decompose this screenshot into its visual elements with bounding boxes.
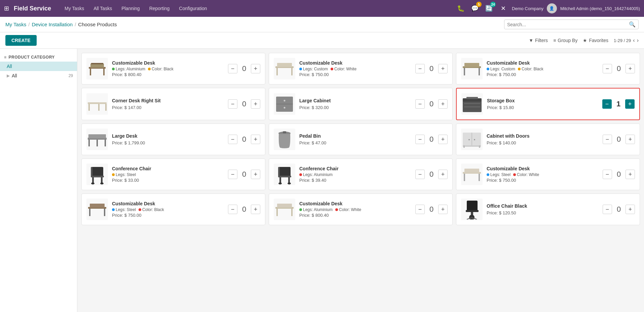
svg-point-70 bbox=[469, 215, 475, 219]
qty-increment-button[interactable]: + bbox=[626, 135, 635, 144]
attr-label: Legs: Steel bbox=[116, 172, 136, 177]
groupby-button[interactable]: ≡ Group By bbox=[553, 38, 577, 43]
qty-decrement-button[interactable]: − bbox=[228, 170, 237, 179]
product-name: Customizable Desk bbox=[112, 201, 224, 206]
qty-decrement-button[interactable]: − bbox=[603, 170, 612, 179]
product-price: Price: $ 320.00 bbox=[299, 105, 411, 110]
qty-decrement-button[interactable]: − bbox=[415, 205, 425, 214]
product-name: Conference Chair bbox=[299, 166, 411, 171]
svg-rect-61 bbox=[104, 209, 105, 216]
chat-icon-button[interactable]: 💬 5 bbox=[469, 3, 480, 14]
svg-rect-30 bbox=[97, 140, 98, 146]
qty-decrement-button[interactable]: − bbox=[228, 99, 237, 109]
nav-reporting[interactable]: Reporting bbox=[145, 4, 174, 13]
qty-increment-button[interactable]: + bbox=[251, 170, 260, 179]
product-attr: Legs: Steel bbox=[487, 172, 510, 177]
svg-rect-29 bbox=[105, 140, 106, 146]
qty-increment-button[interactable]: + bbox=[251, 205, 260, 214]
groupby-label: Group By bbox=[558, 38, 577, 43]
attr-dot bbox=[112, 68, 115, 70]
app-brand: Field Service bbox=[14, 5, 51, 12]
qty-increment-button[interactable]: + bbox=[438, 135, 448, 144]
pagination: 1-29 / 29 ‹ › bbox=[614, 37, 639, 43]
qty-increment-button[interactable]: + bbox=[626, 205, 635, 214]
breadcrumb-device[interactable]: Device Installation bbox=[32, 22, 73, 27]
qty-decrement-button[interactable]: − bbox=[415, 135, 425, 144]
bug-icon-button[interactable]: 🐛 bbox=[455, 3, 466, 14]
qty-decrement-button[interactable]: − bbox=[415, 64, 425, 73]
search-input[interactable] bbox=[507, 22, 629, 27]
qty-decrement-button[interactable]: − bbox=[603, 64, 612, 73]
svg-rect-57 bbox=[479, 174, 480, 181]
product-image bbox=[274, 93, 295, 115]
qty-control: − 0 + bbox=[228, 64, 260, 73]
grid-menu-icon[interactable]: ⊞ bbox=[4, 5, 9, 12]
svg-rect-56 bbox=[464, 174, 465, 181]
product-image bbox=[86, 199, 108, 220]
search-icon[interactable]: 🔍 bbox=[629, 21, 636, 28]
qty-control: − 0 + bbox=[603, 64, 635, 73]
product-info: Cabinet with Doors Price: $ 140.00 bbox=[487, 133, 599, 145]
qty-decrement-button[interactable]: − bbox=[603, 205, 612, 214]
nav-all-tasks[interactable]: All Tasks bbox=[89, 4, 116, 13]
qty-decrement-button[interactable]: − bbox=[228, 135, 237, 144]
create-button[interactable]: CREATE bbox=[5, 35, 37, 46]
product-name: Customizable Desk bbox=[299, 60, 411, 66]
nav-configuration[interactable]: Configuration bbox=[175, 4, 211, 13]
qty-increment-button[interactable]: + bbox=[438, 205, 448, 214]
clock-icon-button[interactable]: 🔄 24 bbox=[484, 3, 494, 14]
svg-point-53 bbox=[288, 182, 291, 184]
svg-rect-64 bbox=[276, 209, 278, 216]
product-image bbox=[274, 129, 295, 150]
product-attr: Color: White bbox=[331, 67, 356, 71]
qty-increment-button[interactable]: + bbox=[251, 135, 260, 144]
svg-rect-39 bbox=[463, 145, 465, 148]
qty-decrement-button[interactable]: − bbox=[602, 99, 612, 109]
svg-rect-15 bbox=[88, 104, 90, 111]
product-image bbox=[86, 93, 108, 115]
qty-decrement-button[interactable]: − bbox=[415, 99, 425, 109]
nav-planning[interactable]: Planning bbox=[117, 4, 144, 13]
qty-increment-button[interactable]: + bbox=[251, 64, 260, 73]
close-icon-button[interactable]: ✕ bbox=[498, 3, 508, 14]
qty-increment-button[interactable]: + bbox=[625, 99, 635, 109]
sidebar-item-all-active[interactable]: All bbox=[0, 62, 77, 71]
qty-value: 0 bbox=[615, 64, 623, 73]
qty-value: 0 bbox=[615, 170, 623, 179]
attr-dot bbox=[513, 173, 516, 176]
qty-increment-button[interactable]: + bbox=[251, 99, 260, 109]
svg-point-52 bbox=[278, 182, 282, 184]
qty-decrement-button[interactable]: − bbox=[603, 135, 612, 144]
product-attrs: Legs: Custom Color: Black bbox=[487, 67, 599, 71]
sidebar-item-all[interactable]: ▶ All 29 bbox=[0, 71, 77, 80]
product-attr: Color: Black bbox=[139, 207, 164, 212]
qty-value: 0 bbox=[615, 205, 623, 214]
qty-increment-button[interactable]: + bbox=[626, 170, 635, 179]
qty-value: 0 bbox=[427, 205, 435, 214]
qty-increment-button[interactable]: + bbox=[626, 64, 635, 73]
qty-decrement-button[interactable]: − bbox=[415, 170, 425, 179]
qty-increment-button[interactable]: + bbox=[438, 99, 448, 109]
qty-increment-button[interactable]: + bbox=[438, 64, 448, 73]
qty-decrement-button[interactable]: − bbox=[228, 64, 237, 73]
pagination-next[interactable]: › bbox=[637, 37, 639, 43]
qty-value: 0 bbox=[240, 205, 248, 214]
filters-button[interactable]: ▼ Filters bbox=[529, 38, 548, 43]
attr-label: Color: Black bbox=[152, 67, 174, 71]
breadcrumb-mytasks[interactable]: My Tasks bbox=[5, 22, 26, 27]
qty-decrement-button[interactable]: − bbox=[228, 205, 237, 214]
product-price: Price: $ 750.00 bbox=[487, 178, 599, 183]
nav-my-tasks[interactable]: My Tasks bbox=[61, 4, 88, 13]
product-name: Customizable Desk bbox=[299, 201, 411, 206]
sidebar-count: 29 bbox=[69, 73, 73, 78]
attr-label: Legs: Steel bbox=[116, 207, 136, 212]
attr-dot bbox=[112, 173, 115, 176]
favorites-button[interactable]: ★ Favorites bbox=[583, 38, 608, 43]
product-card: Conference Chair Legs: Aluminium Price: … bbox=[269, 159, 453, 190]
product-info: Storage Box Price: $ 15.80 bbox=[487, 98, 598, 110]
qty-increment-button[interactable]: + bbox=[438, 170, 448, 179]
pagination-prev[interactable]: ‹ bbox=[633, 37, 635, 43]
qty-control: − 0 + bbox=[603, 170, 635, 179]
avatar: 👤 bbox=[547, 3, 557, 13]
svg-point-46 bbox=[100, 182, 104, 184]
